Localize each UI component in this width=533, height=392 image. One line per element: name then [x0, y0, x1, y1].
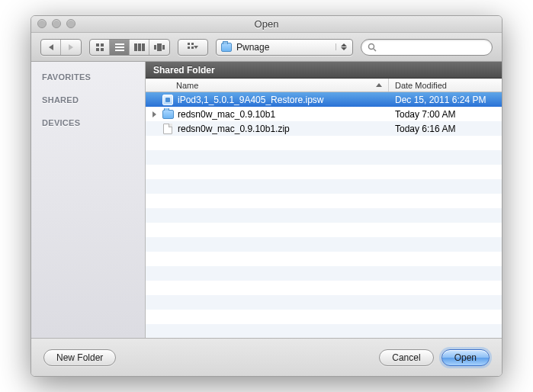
- traffic-lights: [37, 19, 75, 28]
- search-field[interactable]: [361, 39, 493, 56]
- file-date: Dec 15, 2011 6:24 PM: [389, 95, 502, 105]
- empty-row: [146, 281, 502, 295]
- file-name: redsn0w_mac_0.9.10b1.zip: [178, 124, 290, 134]
- file-name: redsn0w_mac_0.9.10b1: [178, 109, 275, 120]
- open-button[interactable]: Open: [441, 349, 490, 366]
- empty-row: [146, 223, 502, 237]
- disclosure-icon[interactable]: [150, 111, 158, 117]
- svg-rect-16: [191, 47, 194, 49]
- sidebar: FAVORITES SHARED DEVICES: [31, 62, 146, 338]
- zoom-icon[interactable]: [66, 19, 75, 28]
- arrange-segment: [178, 39, 208, 56]
- sidebar-cat-shared[interactable]: SHARED: [31, 92, 145, 108]
- empty-row: [146, 295, 502, 310]
- folder-icon: [221, 43, 232, 52]
- ipsw-file-icon: [162, 94, 174, 106]
- location-label: Shared Folder: [153, 65, 215, 76]
- column-name[interactable]: Name: [146, 79, 389, 92]
- close-icon[interactable]: [37, 19, 47, 28]
- empty-row: [146, 237, 502, 252]
- sidebar-cat-devices[interactable]: DEVICES: [31, 115, 145, 130]
- empty-row: [146, 324, 502, 338]
- footer: New Folder Cancel Open: [31, 338, 502, 376]
- svg-rect-12: [162, 45, 165, 50]
- svg-rect-13: [188, 43, 190, 45]
- toolbar: Pwnage: [31, 33, 502, 62]
- svg-rect-7: [134, 43, 137, 51]
- svg-rect-10: [154, 45, 156, 50]
- empty-row: [146, 310, 502, 324]
- body: FAVORITES SHARED DEVICES Shared Folder N…: [31, 62, 502, 338]
- file-icon: [162, 123, 174, 135]
- svg-point-17: [369, 43, 374, 49]
- folder-icon: [162, 108, 174, 120]
- column-headers: Name Date Modified: [146, 79, 502, 92]
- empty-row: [146, 252, 502, 266]
- file-row[interactable]: iPod3,1_5.0.1_9A405_Restore.ipswDec 15, …: [146, 92, 502, 107]
- sidebar-cat-favorites[interactable]: FAVORITES: [31, 69, 145, 85]
- new-folder-button[interactable]: New Folder: [43, 349, 116, 366]
- svg-rect-6: [115, 50, 124, 51]
- file-name: iPod3,1_5.0.1_9A405_Restore.ipsw: [178, 95, 323, 105]
- column-date[interactable]: Date Modified: [389, 79, 502, 92]
- file-row[interactable]: redsn0w_mac_0.9.10b1.zipToday 6:16 AM: [146, 121, 502, 136]
- list-view-button[interactable]: [110, 40, 130, 55]
- svg-rect-14: [191, 43, 194, 45]
- empty-row: [146, 179, 502, 194]
- coverflow-view-button[interactable]: [149, 40, 169, 55]
- empty-row: [146, 150, 502, 165]
- svg-rect-1: [101, 43, 104, 47]
- titlebar: Open: [31, 16, 502, 33]
- svg-rect-5: [115, 47, 124, 48]
- sort-asc-icon: [376, 83, 382, 87]
- updown-icon: [336, 43, 348, 50]
- file-date: Today 6:16 AM: [389, 124, 502, 134]
- file-pane: Shared Folder Name Date Modified iPod3,1…: [146, 62, 502, 338]
- svg-rect-15: [188, 47, 190, 49]
- view-mode-segment: [89, 39, 170, 56]
- back-button[interactable]: [41, 40, 61, 55]
- search-input[interactable]: [380, 43, 486, 52]
- column-view-button[interactable]: [130, 40, 149, 55]
- icon-view-button[interactable]: [90, 40, 110, 55]
- empty-row: [146, 266, 502, 281]
- svg-rect-3: [101, 48, 104, 51]
- nav-back-forward: [40, 39, 82, 56]
- open-dialog-window: Open: [31, 15, 502, 377]
- location-header: Shared Folder: [146, 62, 502, 79]
- svg-line-18: [374, 49, 376, 51]
- file-date: Today 7:00 AM: [389, 109, 502, 120]
- path-selector[interactable]: Pwnage: [216, 39, 353, 56]
- empty-row: [146, 194, 502, 208]
- file-row[interactable]: redsn0w_mac_0.9.10b1Today 7:00 AM: [146, 107, 502, 121]
- svg-rect-8: [138, 43, 141, 51]
- minimize-icon[interactable]: [52, 19, 61, 28]
- empty-row: [146, 165, 502, 179]
- svg-rect-0: [96, 43, 99, 47]
- path-label: Pwnage: [236, 42, 331, 53]
- svg-rect-2: [96, 48, 99, 51]
- svg-rect-9: [142, 43, 145, 51]
- empty-row: [146, 208, 502, 223]
- empty-row: [146, 136, 502, 150]
- forward-button[interactable]: [61, 40, 81, 55]
- svg-rect-11: [157, 43, 162, 51]
- window-title: Open: [255, 18, 279, 30]
- file-list[interactable]: iPod3,1_5.0.1_9A405_Restore.ipswDec 15, …: [146, 92, 502, 338]
- svg-rect-4: [115, 43, 124, 45]
- cancel-button[interactable]: Cancel: [379, 349, 433, 366]
- arrange-button[interactable]: [178, 40, 207, 55]
- search-icon: [368, 43, 377, 52]
